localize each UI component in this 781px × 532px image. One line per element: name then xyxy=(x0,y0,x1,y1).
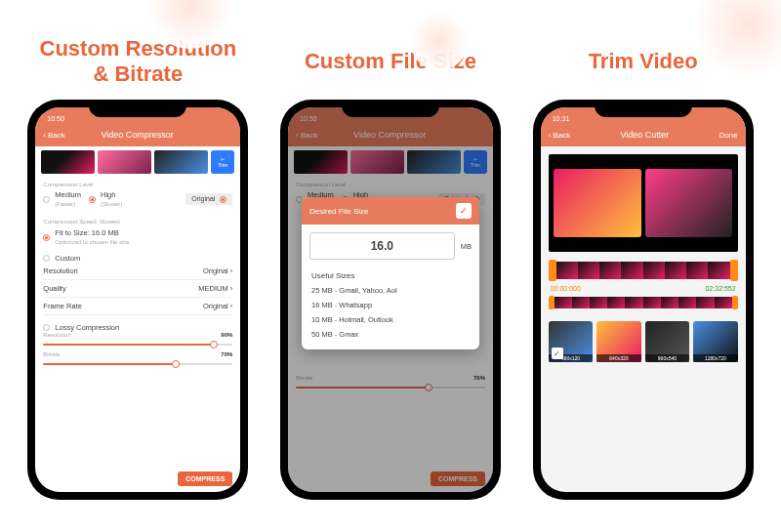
confirm-button[interactable]: ✓ xyxy=(456,203,472,219)
size-preset[interactable]: 10 MB - Hotmail, Outlook xyxy=(311,312,470,327)
screenshot-1: Custom Resolution& Bitrate 10:50 ‹ Back … xyxy=(27,33,249,500)
nav-title: Video Cutter xyxy=(620,130,669,140)
size-unit: MB xyxy=(461,242,472,251)
trim-strip-selected[interactable] xyxy=(549,260,738,281)
trim-strip-full[interactable] xyxy=(549,296,738,309)
custom-quality-row[interactable]: QualityMEDIUM › xyxy=(43,280,232,298)
res-option[interactable]: 1280x720 xyxy=(693,321,738,362)
screenshot-2: Custom File Size 10:50 ‹ Back Video Comp… xyxy=(280,33,502,500)
back-button[interactable]: ‹ Back xyxy=(549,131,570,140)
sheet-title: Desired File Size xyxy=(309,207,368,216)
phone-frame: 10:31 ‹ Back Video Cutter Done 00:00:000… xyxy=(533,100,754,500)
nav-bar: ‹ Back Video Compressor xyxy=(35,123,240,146)
video-preview[interactable] xyxy=(549,154,738,252)
size-preset[interactable]: 25 MB - Gmail, Yahoo, Aol xyxy=(311,283,470,298)
back-button[interactable]: ‹ Back xyxy=(43,131,64,140)
trim-button[interactable]: ✂ Trim xyxy=(211,150,234,174)
res-option[interactable]: 960x540 xyxy=(645,321,690,362)
speed-label: Compression Speed: Slowest xyxy=(43,219,232,225)
thumbnail[interactable] xyxy=(98,150,151,174)
fit-to-size-option[interactable]: Fit to Size: 16.0 MBOptimized to chosen … xyxy=(43,228,232,246)
lossy-option[interactable]: Lossy Compression xyxy=(43,323,232,332)
phone-frame: 10:50 ‹ Back Video Compressor ✂Trim Comp… xyxy=(280,100,501,500)
done-button[interactable]: Done xyxy=(719,131,738,140)
phone-frame: 10:50 ‹ Back Video Compressor ✂ Trim xyxy=(27,100,248,500)
resolution-options: 480x120 640x320 960x540 1280x720 xyxy=(541,313,746,370)
compress-button[interactable]: COMPRESS xyxy=(178,471,232,486)
trim-end-time: 02:32:552 xyxy=(706,285,736,292)
status-bar: 10:31 xyxy=(541,107,746,123)
video-thumbnails: ✂ Trim xyxy=(35,146,240,178)
status-bar: 10:50 xyxy=(35,107,240,123)
headline-3: Trim Video xyxy=(589,33,698,90)
custom-framerate-row[interactable]: Frame RateOriginal › xyxy=(43,298,232,315)
useful-sizes-label: Useful Sizes xyxy=(311,271,470,280)
custom-option[interactable]: Custom xyxy=(43,254,232,263)
level-original[interactable]: Original xyxy=(185,193,232,205)
size-preset[interactable]: 16 MB - Whatsapp xyxy=(311,298,470,312)
level-medium[interactable]: Medium(Faster) xyxy=(43,190,81,208)
compression-level-label: Compression Level xyxy=(43,182,232,187)
nav-bar: ‹ Back Video Cutter Done xyxy=(541,123,746,146)
trim-handle-right[interactable] xyxy=(730,260,738,281)
custom-resolution-row[interactable]: ResolutionOriginal › xyxy=(43,263,232,280)
size-preset[interactable]: 50 MB - Gmax xyxy=(311,327,470,342)
trim-handle-left[interactable] xyxy=(549,260,556,281)
nav-title: Video Compressor xyxy=(101,130,173,140)
size-input[interactable]: 16.0 xyxy=(309,232,455,260)
trim-start-time: 00:00:000 xyxy=(551,285,581,292)
res-option[interactable]: 640x320 xyxy=(596,321,641,362)
thumbnail[interactable] xyxy=(154,150,208,174)
thumbnail[interactable] xyxy=(41,150,95,174)
level-high[interactable]: High(Slower) xyxy=(89,190,122,208)
resolution-slider[interactable] xyxy=(43,340,232,349)
file-size-sheet: Desired File Size ✓ 16.0 MB Useful Sizes… xyxy=(302,197,479,349)
res-option[interactable]: 480x120 xyxy=(549,321,594,362)
bitrate-slider[interactable] xyxy=(43,359,232,369)
screenshot-3: Trim Video 10:31 ‹ Back Video Cutter Don… xyxy=(532,33,754,500)
